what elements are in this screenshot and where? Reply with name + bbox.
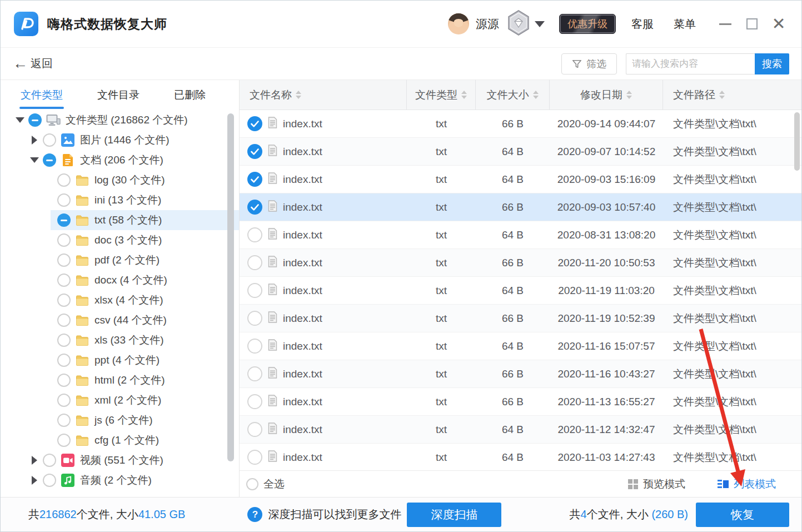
tree-item-xml[interactable]: xml (2 个文件) bbox=[1, 390, 239, 410]
tree-item-clipped[interactable] bbox=[1, 490, 239, 497]
tree-item-documents[interactable]: 文档 (206 个文件) bbox=[1, 150, 239, 170]
tab-deleted[interactable]: 已删除 bbox=[174, 80, 206, 110]
table-row[interactable]: index.txttxt66 B2020-11-20 10:50:53文件类型\… bbox=[240, 249, 801, 277]
maximize-button[interactable] bbox=[743, 14, 761, 33]
tree-item-csv[interactable]: csv (44 个文件) bbox=[1, 310, 239, 330]
upgrade-button[interactable]: 优惠升级 bbox=[559, 14, 616, 34]
tree-checkbox-empty[interactable] bbox=[57, 274, 71, 287]
tree-checkbox-empty[interactable] bbox=[57, 354, 71, 367]
tree-item-xlsx[interactable]: xlsx (4 个文件) bbox=[1, 290, 239, 310]
tree-checkbox-empty[interactable] bbox=[57, 193, 71, 207]
tree-item-ppt[interactable]: ppt (4 个文件) bbox=[1, 350, 239, 370]
row-checkbox-unchecked[interactable] bbox=[247, 339, 262, 354]
tree-checkbox-empty[interactable] bbox=[57, 334, 71, 347]
row-checkbox-unchecked[interactable] bbox=[247, 394, 262, 409]
row-checkbox-unchecked[interactable] bbox=[247, 227, 262, 242]
user-avatar[interactable] bbox=[448, 13, 469, 34]
close-button[interactable]: ✕ bbox=[769, 14, 788, 33]
row-checkbox-unchecked[interactable] bbox=[247, 422, 262, 437]
tab-file-type[interactable]: 文件类型 bbox=[21, 80, 63, 110]
sidebar-scrollbar[interactable] bbox=[227, 113, 234, 461]
preview-mode-button[interactable]: 预览模式 bbox=[628, 477, 685, 491]
tree-checkbox-empty[interactable] bbox=[57, 434, 71, 447]
table-row[interactable]: index.txttxt66 B2020-11-13 16:55:27文件类型\… bbox=[240, 388, 801, 416]
table-row[interactable]: index.txttxt64 B2020-11-16 15:07:57文件类型\… bbox=[240, 332, 801, 360]
table-row[interactable]: index.txttxt64 B2020-08-31 13:08:20文件类型\… bbox=[240, 221, 801, 249]
tab-file-directory[interactable]: 文件目录 bbox=[97, 80, 140, 110]
sort-icon[interactable] bbox=[296, 91, 301, 99]
row-checkbox-unchecked[interactable] bbox=[247, 311, 262, 326]
tree-item-js[interactable]: js (6 个文件) bbox=[1, 410, 239, 430]
search-input[interactable] bbox=[626, 53, 755, 74]
row-checkbox-unchecked[interactable] bbox=[247, 450, 262, 465]
row-checkbox-unchecked[interactable] bbox=[247, 366, 262, 381]
row-checkbox-checked[interactable] bbox=[247, 144, 262, 159]
minimize-button[interactable] bbox=[716, 14, 735, 33]
expand-icon[interactable] bbox=[28, 456, 41, 465]
row-checkbox-checked[interactable] bbox=[247, 200, 262, 215]
table-row[interactable]: index.txttxt66 B2020-11-19 10:52:39文件类型\… bbox=[240, 305, 801, 332]
column-header-3[interactable]: 修改日期 bbox=[550, 80, 663, 110]
table-row[interactable]: index.txttxt66 B2020-11-16 10:43:27文件类型\… bbox=[240, 360, 801, 388]
table-row[interactable]: index.txttxt66 B2020-09-14 09:44:07文件类型\… bbox=[240, 110, 801, 138]
table-row[interactable]: index.txttxt66 B2020-09-03 10:57:40文件类型\… bbox=[240, 193, 801, 221]
tree-item-cfg[interactable]: cfg (1 个文件) bbox=[1, 430, 239, 450]
tree-checkbox-empty[interactable] bbox=[57, 394, 71, 407]
column-header-4[interactable]: 文件路径 bbox=[663, 80, 802, 110]
tree-item-html[interactable]: html (2 个文件) bbox=[1, 370, 239, 390]
filter-button[interactable]: 筛选 bbox=[561, 53, 617, 74]
tree-checkbox-empty[interactable] bbox=[57, 374, 71, 387]
expand-icon[interactable] bbox=[28, 476, 41, 485]
tree-item-pdf[interactable]: pdf (2 个文件) bbox=[1, 250, 239, 270]
tree-checkbox-empty[interactable] bbox=[43, 133, 56, 147]
tree-item-file-types[interactable]: 文件类型 (216862 个文件) bbox=[1, 110, 239, 130]
table-row[interactable]: index.txttxt64 B2020-11-12 14:32:47文件类型\… bbox=[240, 416, 801, 444]
tree-checkbox-empty[interactable] bbox=[57, 294, 71, 307]
tree-item-audio[interactable]: 音频 (2 个文件) bbox=[1, 470, 239, 490]
table-row[interactable]: index.txttxt64 B2020-09-07 10:14:52文件类型\… bbox=[240, 138, 801, 166]
tree-item-videos[interactable]: 视频 (551 个文件) bbox=[1, 450, 239, 470]
tree-item-docx[interactable]: docx (4 个文件) bbox=[1, 270, 239, 290]
tree-checkbox-empty[interactable] bbox=[57, 173, 71, 187]
table-row[interactable]: index.txttxt64 B2020-11-19 11:03:20文件类型\… bbox=[240, 277, 801, 305]
tree-checkbox-partial[interactable] bbox=[43, 153, 56, 167]
collapse-icon[interactable] bbox=[28, 157, 41, 163]
table-scrollbar[interactable] bbox=[794, 112, 800, 171]
table-row[interactable]: index.txttxt64 B2020-11-03 14:27:43文件类型\… bbox=[240, 444, 801, 470]
recover-button[interactable]: 恢复 bbox=[696, 503, 789, 527]
menu-link[interactable]: 菜单 bbox=[674, 17, 696, 32]
collapse-icon[interactable] bbox=[14, 117, 26, 123]
expand-icon[interactable] bbox=[28, 136, 41, 145]
sort-icon[interactable] bbox=[533, 91, 539, 99]
support-link[interactable]: 客服 bbox=[631, 17, 654, 32]
tree-item-log[interactable]: log (30 个文件) bbox=[1, 170, 239, 190]
tree-item-xls[interactable]: xls (33 个文件) bbox=[1, 330, 239, 350]
membership-badge-icon[interactable] bbox=[507, 10, 530, 38]
tree-checkbox-empty[interactable] bbox=[57, 233, 71, 247]
tree-item-images[interactable]: 图片 (1446 个文件) bbox=[1, 130, 239, 150]
sort-icon[interactable] bbox=[626, 91, 632, 99]
tree-checkbox-empty[interactable] bbox=[57, 253, 71, 267]
column-header-0[interactable]: 文件名称 bbox=[240, 80, 407, 110]
tree-checkbox-empty[interactable] bbox=[57, 414, 71, 427]
column-header-2[interactable]: 文件大小 bbox=[476, 80, 550, 110]
tree-checkbox-partial[interactable] bbox=[57, 213, 71, 227]
sort-icon[interactable] bbox=[461, 91, 467, 99]
chevron-down-icon[interactable] bbox=[535, 21, 545, 27]
row-checkbox-checked[interactable] bbox=[247, 172, 262, 187]
row-checkbox-unchecked[interactable] bbox=[247, 255, 262, 270]
tree-checkbox-empty[interactable] bbox=[43, 474, 56, 487]
select-all-checkbox[interactable]: 全选 bbox=[246, 477, 285, 491]
sort-icon[interactable] bbox=[719, 91, 725, 99]
row-checkbox-unchecked[interactable] bbox=[247, 283, 262, 298]
row-checkbox-checked[interactable] bbox=[247, 116, 262, 131]
back-button[interactable]: ← 返回 bbox=[13, 56, 53, 71]
tree-checkbox-empty[interactable] bbox=[43, 454, 56, 467]
tree-item-ini[interactable]: ini (13 个文件) bbox=[1, 190, 239, 210]
deep-scan-button[interactable]: 深度扫描 bbox=[407, 503, 501, 527]
help-icon[interactable]: ? bbox=[247, 507, 262, 522]
tree-item-txt[interactable]: txt (58 个文件) bbox=[1, 210, 239, 230]
tree-item-doc[interactable]: doc (3 个文件) bbox=[1, 230, 239, 250]
search-button[interactable]: 搜索 bbox=[755, 53, 789, 74]
tree-checkbox-empty[interactable] bbox=[57, 314, 71, 327]
